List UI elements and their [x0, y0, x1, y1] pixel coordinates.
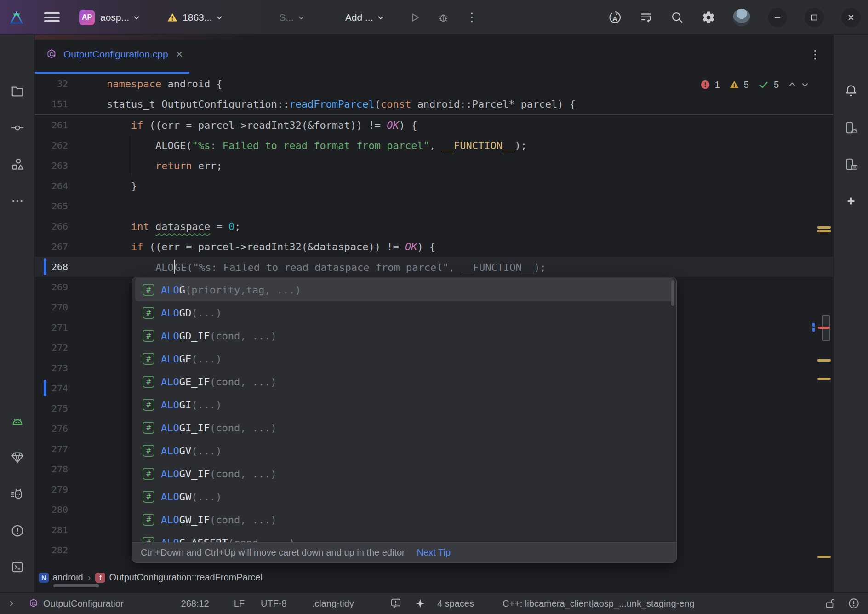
tab-close-icon[interactable]: ✕ — [176, 49, 183, 60]
alert-circle-icon[interactable] — [848, 597, 860, 609]
structure-tool-button[interactable] — [11, 157, 24, 171]
completion-item-label: ALOGE(...) — [161, 353, 222, 365]
inspections-widget[interactable]: 1 5 5 — [697, 75, 813, 94]
running-devices-button[interactable] — [844, 157, 858, 171]
caret-position[interactable]: 268:12 — [181, 598, 209, 609]
notifications-button[interactable] — [844, 84, 858, 98]
code-line[interactable]: 265 — [35, 196, 833, 216]
completion-item[interactable]: #ALOGI(...) — [135, 393, 674, 416]
project-badge: AP — [79, 10, 95, 25]
play-icon — [408, 11, 421, 24]
line-number: 279 — [35, 484, 69, 495]
line-number: 270 — [35, 302, 69, 313]
completion-item[interactable]: #ALOG(priority,tag, ...) — [135, 278, 674, 301]
code-line[interactable]: 268 ALOGE("%s: Failed to read dataspace … — [35, 257, 833, 277]
warning-stripe-mark[interactable] — [817, 556, 831, 558]
code-line[interactable]: 261 if ((err = parcel->readInt32(&format… — [35, 115, 833, 135]
chevron-up-icon[interactable] — [788, 80, 796, 89]
structure-shapes-icon — [11, 157, 24, 171]
indent-setting[interactable]: 4 spaces — [437, 598, 474, 609]
define-icon: # — [143, 284, 154, 296]
line-ending[interactable]: LF — [234, 598, 245, 609]
running-tasks-button[interactable] — [639, 11, 653, 24]
more-actions-button[interactable]: ⋮ — [466, 10, 478, 24]
more-tool-windows-button[interactable] — [11, 194, 24, 208]
define-icon: # — [143, 330, 154, 342]
logcat-tool-button[interactable] — [11, 487, 24, 501]
gemini-button[interactable] — [844, 194, 858, 208]
code-line[interactable]: 263 return err; — [35, 155, 833, 176]
vcs-change-bar — [44, 258, 46, 275]
vcs-change-mark — [812, 328, 815, 332]
problems-tool-button[interactable] — [11, 524, 24, 538]
function-icon: f — [95, 573, 105, 583]
completion-item[interactable]: #ALOG_ASSERT(cond, ...) — [135, 531, 674, 542]
run-button[interactable] — [408, 11, 421, 24]
breadcrumb-function[interactable]: f OutputConfiguration::readFromParcel — [95, 572, 263, 583]
build-target[interactable]: C++: libcamera_client|aosp_...unk_stagin… — [503, 598, 695, 609]
run-configuration-selector[interactable]: Add ... — [345, 12, 384, 23]
maximize-button[interactable] — [805, 8, 824, 27]
list-arrow-icon — [639, 11, 653, 24]
status-file-widget[interactable]: C + + — [29, 598, 40, 609]
ai-status-button[interactable] — [415, 598, 426, 609]
run-configuration-label: Add ... — [345, 12, 373, 23]
tab-options-button[interactable]: ⋮ — [809, 35, 821, 74]
warning-stripe-mark[interactable] — [817, 378, 831, 380]
settings-button[interactable] — [702, 11, 715, 24]
completion-item-label: ALOG_ASSERT(cond, ...) — [161, 537, 295, 543]
debug-button[interactable] — [437, 11, 450, 24]
tab-outputconfiguration-cpp[interactable]: C + + OutputConfiguration.cpp ✕ — [35, 35, 192, 74]
line-number: 275 — [35, 403, 69, 414]
completion-item[interactable]: #ALOGD(...) — [135, 301, 674, 324]
line-number: 277 — [35, 443, 69, 454]
code-line[interactable]: 262 ALOGE("%s: Failed to read format fro… — [35, 135, 833, 155]
code-line[interactable]: 267 if ((err = parcel->readInt32(&datasp… — [35, 236, 833, 257]
reader-mode-button[interactable] — [390, 597, 402, 609]
left-tool-strip — [0, 35, 35, 592]
breadcrumb-namespace[interactable]: N android — [39, 572, 83, 583]
warning-stripe-mark[interactable] — [817, 226, 831, 229]
app-quality-insights-tool-button[interactable] — [11, 450, 24, 464]
next-tip-link[interactable]: Next Tip — [417, 547, 451, 558]
code-line[interactable]: 264 } — [35, 176, 833, 196]
code-line[interactable]: 266 int dataspace = 0; — [35, 216, 833, 236]
project-tool-button[interactable] — [11, 84, 24, 98]
main-menu-button[interactable] — [44, 10, 60, 24]
popup-scrollbar-thumb[interactable] — [671, 280, 674, 306]
minimize-button[interactable] — [768, 8, 787, 27]
error-stripe-mark[interactable] — [818, 327, 830, 329]
warning-stripe-mark[interactable] — [817, 230, 831, 232]
completion-item-label: ALOGV_IF(cond, ...) — [161, 468, 277, 480]
android-tool-button[interactable] — [11, 414, 24, 428]
status-expand-button[interactable] — [6, 598, 17, 608]
device-selector[interactable]: S... — [279, 12, 305, 23]
vcs-widget[interactable]: 1863... — [167, 12, 223, 23]
user-avatar[interactable] — [733, 9, 750, 26]
commit-tool-button[interactable] — [11, 121, 24, 135]
completion-item[interactable]: #ALOGV_IF(cond, ...) — [135, 462, 674, 485]
completion-item[interactable]: #ALOGD_IF(cond, ...) — [135, 324, 674, 347]
analyzer-status[interactable]: .clang-tidy — [312, 598, 354, 609]
terminal-tool-button[interactable] — [11, 560, 24, 574]
file-encoding[interactable]: UTF-8 — [261, 598, 287, 609]
horizontal-scrollbar-thumb[interactable] — [53, 584, 99, 587]
line-number: 264 — [35, 180, 69, 191]
close-button[interactable] — [841, 8, 861, 27]
completion-item-label: ALOGI(...) — [161, 399, 222, 411]
chevron-down-icon[interactable] — [801, 80, 809, 89]
status-file-name[interactable]: OutputConfiguratior — [43, 598, 124, 609]
unlock-icon[interactable] — [824, 597, 836, 609]
code-line[interactable]: 151status_t OutputConfiguration::readFro… — [35, 94, 833, 114]
completion-item[interactable]: #ALOGV(...) — [135, 439, 674, 462]
completion-item[interactable]: #ALOGE(...) — [135, 347, 674, 370]
search-everywhere-button[interactable] — [670, 11, 684, 24]
device-manager-button[interactable] — [844, 121, 858, 135]
completion-item[interactable]: #ALOGW(...) — [135, 485, 674, 508]
completion-item[interactable]: #ALOGE_IF(cond, ...) — [135, 370, 674, 393]
completion-item[interactable]: #ALOGI_IF(cond, ...) — [135, 416, 674, 439]
completion-item[interactable]: #ALOGW_IF(cond, ...) — [135, 508, 674, 531]
warning-stripe-mark[interactable] — [817, 359, 831, 362]
code-with-me-button[interactable]: A — [608, 11, 622, 24]
project-widget[interactable]: AP aosp... — [79, 10, 140, 25]
